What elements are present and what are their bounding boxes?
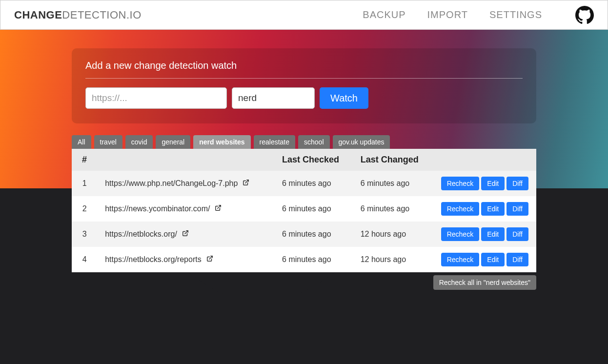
edit-button[interactable]: Edit — [481, 253, 505, 266]
nav-settings[interactable]: SETTINGS — [489, 9, 542, 20]
brand-rest: DETECTION.IO — [62, 9, 141, 21]
url-input[interactable] — [85, 87, 227, 109]
tag-general[interactable]: general — [156, 135, 190, 149]
external-link-icon[interactable] — [182, 230, 189, 239]
table-row: 3https://netblocks.org/6 minutes ago12 h… — [72, 222, 536, 247]
th-last-changed[interactable]: Last Changed — [353, 149, 431, 171]
row-url[interactable]: https://news.ycombinator.com/ — [97, 196, 274, 222]
recheck-all-wrap: Recheck all in "nerd websites" — [72, 275, 536, 290]
add-watch-title: Add a new change detection watch — [85, 60, 523, 79]
topbar: CHANGEDETECTION.IO BACKUP IMPORT SETTING… — [0, 0, 608, 30]
tag-filter-bar: Alltravelcovidgeneralnerd websitesreales… — [72, 135, 536, 149]
edit-button[interactable]: Edit — [481, 227, 505, 241]
watch-table: # Last Checked Last Changed 1https://www… — [72, 149, 536, 272]
tag-covid[interactable]: covid — [125, 135, 153, 149]
nav-import[interactable]: IMPORT — [427, 9, 468, 20]
row-last-changed: 6 minutes ago — [353, 171, 431, 196]
recheck-button[interactable]: Recheck — [441, 202, 479, 216]
add-watch-box: Add a new change detection watch Watch — [72, 48, 536, 123]
table-row: 1https://www.php.net/ChangeLog-7.php6 mi… — [72, 171, 536, 196]
row-url[interactable]: https://www.php.net/ChangeLog-7.php — [97, 171, 274, 196]
tag-gov.uk-updates[interactable]: gov.uk updates — [333, 135, 390, 149]
svg-line-3 — [209, 256, 212, 259]
row-url[interactable]: https://netblocks.org/ — [97, 222, 274, 247]
row-idx: 2 — [72, 196, 97, 222]
row-idx: 4 — [72, 247, 97, 272]
table-row: 4https://netblocks.org/reports6 minutes … — [72, 247, 536, 272]
add-watch-row: Watch — [85, 87, 523, 109]
row-last-checked: 6 minutes ago — [274, 171, 353, 196]
tag-school[interactable]: school — [298, 135, 329, 149]
th-last-checked[interactable]: Last Checked — [274, 149, 353, 171]
brand[interactable]: CHANGEDETECTION.IO — [14, 9, 142, 21]
tag-realestate[interactable]: realestate — [254, 135, 295, 149]
th-url — [97, 149, 274, 171]
github-icon[interactable] — [575, 6, 594, 24]
edit-button[interactable]: Edit — [481, 202, 505, 216]
diff-button[interactable]: Diff — [507, 227, 528, 241]
row-last-changed: 12 hours ago — [353, 247, 431, 272]
row-url[interactable]: https://netblocks.org/reports — [97, 247, 274, 272]
row-last-checked: 6 minutes ago — [274, 247, 353, 272]
external-link-icon[interactable] — [243, 179, 249, 188]
tag-travel[interactable]: travel — [94, 135, 122, 149]
row-last-checked: 6 minutes ago — [274, 222, 353, 247]
nav-backup[interactable]: BACKUP — [363, 9, 405, 20]
nav-links: BACKUP IMPORT SETTINGS — [363, 6, 594, 24]
row-last-changed: 6 minutes ago — [353, 196, 431, 222]
row-actions: RecheckEditDiff — [431, 171, 536, 196]
recheck-button[interactable]: Recheck — [441, 227, 479, 241]
row-idx: 1 — [72, 171, 97, 196]
watch-button[interactable]: Watch — [320, 87, 368, 109]
row-actions: RecheckEditDiff — [431, 222, 536, 247]
row-last-changed: 12 hours ago — [353, 222, 431, 247]
row-actions: RecheckEditDiff — [431, 247, 536, 272]
row-idx: 3 — [72, 222, 97, 247]
diff-button[interactable]: Diff — [507, 177, 528, 190]
table-header-row: # Last Checked Last Changed — [72, 149, 536, 171]
recheck-button[interactable]: Recheck — [441, 177, 479, 190]
tag-input[interactable] — [232, 87, 315, 109]
svg-line-0 — [245, 180, 248, 183]
svg-line-2 — [185, 231, 188, 234]
edit-button[interactable]: Edit — [481, 177, 505, 190]
recheck-all-button[interactable]: Recheck all in "nerd websites" — [433, 275, 536, 290]
th-idx[interactable]: # — [72, 149, 97, 171]
svg-line-1 — [218, 205, 221, 208]
table-row: 2https://news.ycombinator.com/6 minutes … — [72, 196, 536, 222]
diff-button[interactable]: Diff — [507, 253, 528, 266]
main-content: Add a new change detection watch Watch A… — [72, 30, 536, 290]
brand-bold: CHANGE — [14, 9, 62, 21]
recheck-button[interactable]: Recheck — [441, 253, 479, 266]
tag-all[interactable]: All — [72, 135, 91, 149]
external-link-icon[interactable] — [215, 204, 222, 213]
row-last-checked: 6 minutes ago — [274, 196, 353, 222]
diff-button[interactable]: Diff — [507, 202, 528, 216]
tag-nerd-websites[interactable]: nerd websites — [193, 135, 250, 149]
th-actions — [431, 149, 536, 171]
external-link-icon[interactable] — [206, 255, 213, 264]
row-actions: RecheckEditDiff — [431, 196, 536, 222]
